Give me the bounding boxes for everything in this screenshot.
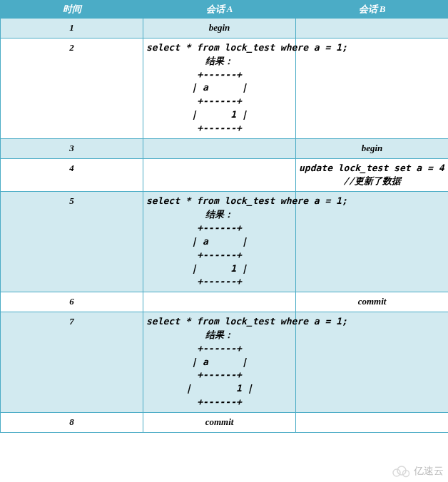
- table-row: 6 commit: [1, 292, 449, 312]
- cell-session-b: [296, 412, 449, 432]
- cell-session-a: select * from lock_test where a = 1; 结果：…: [143, 38, 296, 138]
- cell-session-b: [296, 192, 449, 292]
- cell-session-a: select * from lock_test where a = 1; 结果：…: [143, 312, 296, 413]
- table-row: 2 select * from lock_test where a = 1; 结…: [1, 38, 449, 138]
- cell-time: 2: [1, 38, 143, 138]
- cell-time: 5: [1, 192, 143, 292]
- table-row: 5 select * from lock_test where a = 1; 结…: [1, 192, 449, 292]
- session-timeline-table: 时间 会话 A 会话 B 1 begin 2 select * from loc…: [0, 0, 448, 433]
- cell-session-b: begin: [296, 138, 449, 158]
- cell-time: 3: [1, 138, 143, 158]
- cell-session-a: [143, 292, 296, 312]
- table-row: 3 begin: [1, 138, 449, 158]
- header-session-b: 会话 B: [296, 1, 449, 19]
- header-time: 时间: [1, 1, 143, 19]
- cell-session-a: [143, 138, 296, 158]
- cell-time: 7: [1, 312, 143, 413]
- table-row: 8 commit: [1, 412, 449, 432]
- cell-session-b: [296, 19, 449, 39]
- cell-session-a: commit: [143, 412, 296, 432]
- cell-session-b: [296, 312, 449, 413]
- table-row: 4 update lock_test set a = 4 where a = 1…: [1, 158, 449, 192]
- cell-time: 4: [1, 158, 143, 192]
- table-row: 1 begin: [1, 19, 449, 39]
- cell-session-b: commit: [296, 292, 449, 312]
- header-session-a: 会话 A: [143, 1, 296, 19]
- cell-session-b: [296, 38, 449, 138]
- cell-session-b: update lock_test set a = 4 where a = 1; …: [296, 158, 449, 192]
- cell-time: 8: [1, 412, 143, 432]
- cell-time: 1: [1, 19, 143, 39]
- cell-session-a: select * from lock_test where a = 1; 结果：…: [143, 192, 296, 292]
- table-row: 7 select * from lock_test where a = 1; 结…: [1, 312, 449, 413]
- cell-time: 6: [1, 292, 143, 312]
- cell-session-a: [143, 158, 296, 192]
- cell-session-a: begin: [143, 19, 296, 39]
